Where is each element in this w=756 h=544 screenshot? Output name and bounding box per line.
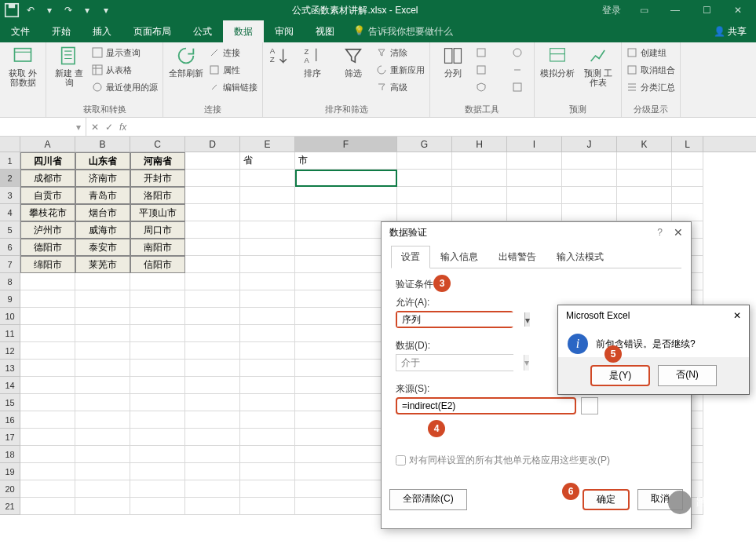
cell[interactable] — [20, 377, 75, 394]
cancel-icon[interactable]: ✕ — [91, 122, 99, 133]
row-header[interactable]: 13 — [0, 360, 20, 377]
cell[interactable] — [130, 446, 185, 463]
consolidate-button[interactable] — [512, 45, 529, 60]
connections-button[interactable]: 连接 — [209, 45, 257, 60]
sort-az-button[interactable]: AZ — [268, 45, 290, 67]
cell[interactable] — [20, 498, 75, 515]
cell[interactable] — [20, 446, 75, 463]
cell[interactable] — [452, 152, 507, 170]
name-box[interactable]: ▾ — [0, 118, 86, 136]
cell[interactable] — [185, 360, 240, 377]
no-button[interactable]: 否(N) — [658, 365, 717, 386]
relationships-button[interactable] — [512, 62, 529, 78]
cell[interactable] — [130, 342, 185, 360]
cell[interactable] — [130, 308, 185, 325]
text-to-columns-button[interactable]: 分列 — [435, 45, 471, 78]
tab-data[interactable]: 数据 — [223, 20, 264, 42]
cell[interactable] — [562, 204, 617, 221]
properties-button[interactable]: 属性 — [209, 62, 257, 78]
sort-button[interactable]: ZA排序 — [294, 45, 331, 78]
close-icon[interactable]: ✕ — [674, 226, 683, 239]
cell[interactable] — [452, 204, 507, 221]
cell[interactable] — [130, 498, 185, 515]
ok-button[interactable]: 确定 — [583, 489, 630, 510]
cell[interactable] — [75, 446, 130, 463]
row-header[interactable]: 6 — [0, 239, 20, 256]
cell[interactable] — [240, 273, 295, 290]
row-header[interactable]: 17 — [0, 429, 20, 446]
filter-button[interactable]: 筛选 — [335, 45, 371, 78]
cell[interactable] — [75, 377, 130, 394]
select-all-corner[interactable] — [0, 137, 20, 152]
tell-me-input[interactable]: 💡 告诉我你想要做什么 — [345, 20, 461, 42]
cell[interactable] — [185, 342, 240, 360]
cell[interactable]: 烟台市 — [75, 204, 130, 221]
cell[interactable] — [617, 170, 672, 187]
cell[interactable] — [20, 342, 75, 360]
cell[interactable] — [240, 239, 295, 256]
edit-links-button[interactable]: 编辑链接 — [209, 79, 257, 95]
cell[interactable]: 成都市 — [20, 170, 75, 187]
col-header[interactable]: F — [295, 137, 397, 152]
col-header[interactable]: J — [562, 137, 617, 152]
get-external-data-button[interactable]: 获取 外部数据 — [5, 45, 41, 87]
cell[interactable]: 省 — [240, 152, 295, 170]
cell[interactable] — [185, 308, 240, 325]
clear-all-button[interactable]: 全部清除(C) — [389, 489, 467, 510]
cell[interactable] — [20, 411, 75, 429]
cell[interactable] — [240, 463, 295, 480]
col-header[interactable]: I — [507, 137, 562, 152]
row-header[interactable]: 14 — [0, 377, 20, 394]
cell[interactable]: 泸州市 — [20, 221, 75, 239]
cell[interactable]: 泰安市 — [75, 239, 130, 256]
cell[interactable] — [130, 325, 185, 342]
cell[interactable] — [452, 187, 507, 204]
cell[interactable] — [130, 411, 185, 429]
data-model-button[interactable] — [512, 79, 529, 95]
enter-icon[interactable]: ✓ — [105, 122, 113, 133]
range-select-button[interactable] — [581, 397, 598, 414]
cell[interactable] — [240, 394, 295, 411]
cell[interactable]: 济南市 — [75, 170, 130, 187]
cell[interactable] — [672, 170, 703, 187]
cell[interactable]: 威海市 — [75, 221, 130, 239]
col-header[interactable]: A — [20, 137, 75, 152]
cell[interactable] — [185, 256, 240, 273]
login-link[interactable]: 登录 — [596, 2, 627, 18]
cell[interactable] — [130, 377, 185, 394]
row-header[interactable]: 15 — [0, 394, 20, 411]
col-header[interactable]: G — [397, 137, 452, 152]
cell[interactable] — [75, 290, 130, 308]
cell[interactable] — [75, 308, 130, 325]
cell[interactable] — [75, 394, 130, 411]
show-queries-button[interactable]: 显示查询 — [92, 45, 158, 60]
tab-home[interactable]: 开始 — [41, 20, 82, 42]
source-input[interactable] — [396, 397, 576, 414]
cell[interactable] — [185, 480, 240, 498]
cell[interactable]: 开封市 — [130, 170, 185, 187]
cell[interactable] — [562, 152, 617, 170]
cell[interactable] — [397, 152, 452, 170]
recent-sources-button[interactable]: 最近使用的源 — [92, 79, 158, 95]
clear-filter-button[interactable]: 清除 — [376, 45, 425, 60]
cell[interactable] — [20, 325, 75, 342]
fx-icon[interactable]: fx — [119, 122, 126, 133]
qat-customize-icon[interactable]: ▾ — [97, 2, 115, 18]
col-header[interactable]: C — [130, 137, 185, 152]
cell[interactable] — [240, 308, 295, 325]
col-header[interactable]: E — [240, 137, 295, 152]
cell[interactable] — [240, 429, 295, 446]
cell[interactable] — [75, 429, 130, 446]
cell[interactable] — [397, 204, 452, 221]
close-icon[interactable]: ✕ — [733, 310, 741, 321]
ungroup-button[interactable]: 取消组合 — [626, 62, 675, 78]
cell[interactable]: 信阳市 — [130, 256, 185, 273]
col-header[interactable]: L — [672, 137, 703, 152]
cell[interactable] — [130, 360, 185, 377]
cell[interactable] — [185, 446, 240, 463]
col-header[interactable]: B — [75, 137, 130, 152]
cell[interactable]: 莱芜市 — [75, 256, 130, 273]
cell[interactable] — [20, 480, 75, 498]
cell[interactable] — [185, 239, 240, 256]
row-header[interactable]: 9 — [0, 290, 20, 308]
